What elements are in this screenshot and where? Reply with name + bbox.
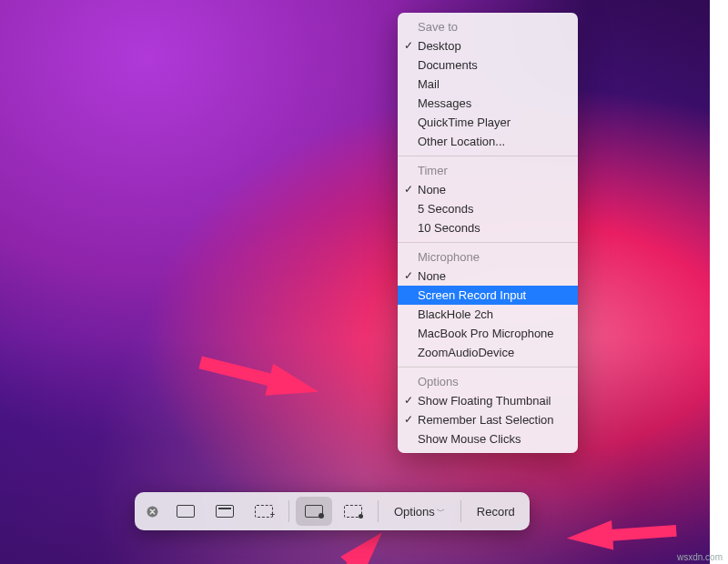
menu-item-messages[interactable]: Messages: [398, 94, 578, 113]
record-entire-screen-button[interactable]: [296, 497, 332, 526]
toolbar-separator: [378, 500, 379, 522]
menu-item-mic-macbook[interactable]: MacBook Pro Microphone: [398, 324, 578, 343]
menu-item-desktop[interactable]: Desktop: [398, 36, 578, 55]
close-icon: [147, 506, 158, 518]
annotation-arrow: [566, 520, 614, 553]
menu-separator: [398, 367, 578, 368]
menu-item-mouse-clicks[interactable]: Show Mouse Clicks: [398, 429, 578, 448]
menu-item-mic-blackhole[interactable]: BlackHole 2ch: [398, 305, 578, 324]
menu-section-header: Timer: [398, 161, 578, 180]
menu-section-header: Options: [398, 372, 578, 391]
record-selection-button[interactable]: [335, 497, 371, 526]
screen-icon: [177, 505, 195, 518]
selection-icon: [255, 505, 273, 518]
record-button[interactable]: Record: [468, 497, 524, 526]
menu-item-other-location[interactable]: Other Location...: [398, 132, 578, 151]
menu-item-mic-screen-record-input[interactable]: Screen Record Input: [398, 286, 578, 305]
menu-item-remember-selection[interactable]: Remember Last Selection: [398, 410, 578, 429]
menu-section-header: Save to: [398, 17, 578, 36]
capture-entire-screen-button[interactable]: [167, 497, 204, 526]
capture-window-button[interactable]: [207, 497, 243, 526]
record-mode-group: [296, 497, 371, 526]
menu-item-mic-none[interactable]: None: [398, 267, 578, 286]
record-screen-icon: [305, 505, 323, 518]
capture-selection-button[interactable]: [246, 497, 282, 526]
menu-item-timer-10s[interactable]: 10 Seconds: [398, 218, 578, 237]
desktop-wallpaper: [0, 0, 728, 564]
toolbar-separator: [288, 500, 289, 522]
capture-mode-group: [167, 497, 282, 526]
menu-item-timer-5s[interactable]: 5 Seconds: [398, 199, 578, 218]
menu-item-documents[interactable]: Documents: [398, 55, 578, 75]
options-label: Options: [394, 505, 435, 519]
menu-item-mail[interactable]: Mail: [398, 75, 578, 94]
menu-item-mic-zoom[interactable]: ZoomAudioDevice: [398, 343, 578, 362]
screenshot-toolbar: Options ﹀ Record: [135, 492, 530, 530]
attribution-text: wsxdn.com: [677, 552, 723, 562]
toolbar-separator: [460, 500, 461, 522]
options-button[interactable]: Options ﹀: [385, 497, 454, 526]
menu-item-floating-thumbnail[interactable]: Show Floating Thumbnail: [398, 391, 578, 410]
chevron-down-icon: ﹀: [437, 506, 445, 518]
window-icon: [216, 505, 234, 518]
menu-separator: [398, 242, 578, 243]
menu-item-quicktime[interactable]: QuickTime Player: [398, 113, 578, 132]
record-selection-icon: [344, 505, 362, 518]
page-margin: [710, 0, 728, 564]
menu-item-timer-none[interactable]: None: [398, 180, 578, 199]
record-label: Record: [477, 505, 515, 519]
menu-separator: [398, 156, 578, 156]
menu-section-header: Microphone: [398, 247, 578, 267]
options-menu: Save to Desktop Documents Mail Messages …: [398, 13, 578, 453]
close-button[interactable]: [144, 503, 160, 519]
